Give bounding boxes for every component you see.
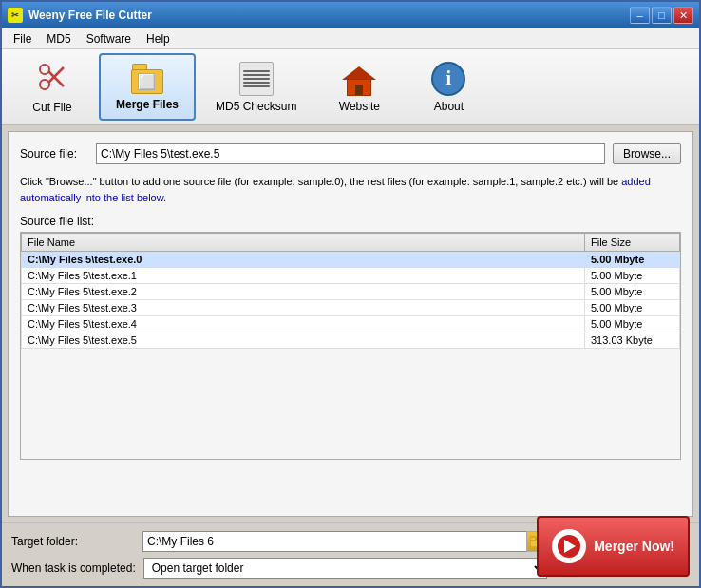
merge-files-button[interactable]: ⬜ Merge Files — [99, 53, 196, 121]
col-header-name: File Name — [22, 234, 585, 252]
svg-marker-6 — [564, 540, 576, 553]
file-name-cell: C:\My Files 5\test.exe.4 — [22, 316, 585, 332]
about-label: About — [434, 100, 464, 113]
menu-help[interactable]: Help — [139, 30, 178, 47]
menu-file[interactable]: File — [6, 30, 39, 47]
cut-file-label: Cut File — [32, 101, 71, 114]
merger-now-label: Merger Now! — [594, 539, 674, 554]
file-size-cell: 5.00 Mbyte — [585, 268, 680, 284]
target-folder-input-group — [142, 531, 547, 552]
file-name-cell: C:\My Files 5\test.exe.0 — [22, 252, 585, 268]
target-folder-row: Target folder: — [11, 531, 547, 552]
house-icon — [342, 62, 376, 96]
source-list-label: Source file list: — [20, 215, 681, 228]
svg-rect-5 — [530, 537, 536, 541]
md5-checksum-label: MD5 Checksum — [216, 100, 296, 113]
file-size-cell: 313.03 Kbyte — [585, 332, 680, 349]
file-size-cell: 5.00 Mbyte — [585, 316, 680, 332]
info-icon: i — [431, 62, 465, 96]
browse-button[interactable]: Browse... — [613, 143, 681, 164]
window-title: Weeny Free File Cutter — [28, 9, 152, 22]
table-row[interactable]: C:\My Files 5\test.exe.05.00 Mbyte — [22, 252, 680, 268]
col-header-size: File Size — [585, 234, 680, 252]
main-area: Source file: Browse... Click "Browse..."… — [8, 131, 693, 517]
task-label: When task is completed: — [11, 561, 136, 575]
app-icon: ✂ — [8, 8, 23, 23]
task-select[interactable]: Open target folder Do nothing Shutdown c… — [143, 558, 547, 579]
bottom-fields: Target folder: When task is completed: O… — [11, 531, 547, 579]
target-folder-input[interactable] — [142, 531, 526, 552]
merger-icon — [552, 529, 586, 563]
file-name-cell: C:\My Files 5\test.exe.2 — [22, 284, 585, 300]
minimize-button[interactable]: – — [630, 7, 650, 24]
md5-icon — [239, 62, 274, 96]
about-button[interactable]: i About — [406, 53, 491, 121]
hint-text: Click "Browse..." button to add one sour… — [20, 174, 681, 205]
table-row[interactable]: C:\My Files 5\test.exe.15.00 Mbyte — [22, 268, 680, 284]
file-size-cell: 5.00 Mbyte — [585, 252, 680, 268]
table-row[interactable]: C:\My Files 5\test.exe.25.00 Mbyte — [22, 284, 680, 300]
title-bar: ✂ Weeny Free File Cutter – □ ✕ — [2, 2, 699, 28]
website-button[interactable]: Website — [316, 53, 402, 121]
file-name-cell: C:\My Files 5\test.exe.3 — [22, 300, 585, 316]
file-size-cell: 5.00 Mbyte — [585, 284, 680, 300]
merge-files-label: Merge Files — [116, 98, 179, 111]
scissors-icon — [35, 60, 69, 97]
table-row[interactable]: C:\My Files 5\test.exe.35.00 Mbyte — [22, 300, 680, 316]
table-row[interactable]: C:\My Files 5\test.exe.5313.03 Kbyte — [22, 332, 680, 349]
close-button[interactable]: ✕ — [673, 7, 693, 24]
toolbar: Cut File ⬜ Merge Files — [2, 49, 699, 125]
source-file-row: Source file: Browse... — [20, 143, 681, 164]
target-folder-label: Target folder: — [11, 535, 135, 548]
cut-file-button[interactable]: Cut File — [9, 53, 95, 121]
svg-point-0 — [40, 65, 49, 74]
md5-checksum-button[interactable]: MD5 Checksum — [199, 53, 313, 121]
task-row: When task is completed: Open target fold… — [11, 558, 547, 579]
menu-bar: File MD5 Software Help — [2, 28, 699, 49]
file-name-cell: C:\My Files 5\test.exe.1 — [22, 268, 585, 284]
source-file-label: Source file: — [20, 147, 88, 161]
file-name-cell: C:\My Files 5\test.exe.5 — [22, 332, 585, 349]
svg-point-1 — [40, 80, 49, 89]
file-table: File Name File Size C:\My Files 5\test.e… — [21, 233, 680, 349]
menu-software[interactable]: Software — [79, 30, 139, 47]
file-table-wrapper: File Name File Size C:\My Files 5\test.e… — [20, 232, 681, 460]
menu-md5[interactable]: MD5 — [39, 30, 78, 47]
table-row[interactable]: C:\My Files 5\test.exe.45.00 Mbyte — [22, 316, 680, 332]
website-label: Website — [339, 100, 380, 113]
merger-now-button[interactable]: Merger Now! — [537, 516, 690, 577]
merge-icon: ⬜ — [130, 64, 164, 94]
bottom-section: Target folder: When task is completed: O… — [2, 522, 699, 586]
maximize-button[interactable]: □ — [652, 7, 672, 24]
file-size-cell: 5.00 Mbyte — [585, 300, 680, 316]
source-file-input[interactable] — [96, 143, 605, 164]
